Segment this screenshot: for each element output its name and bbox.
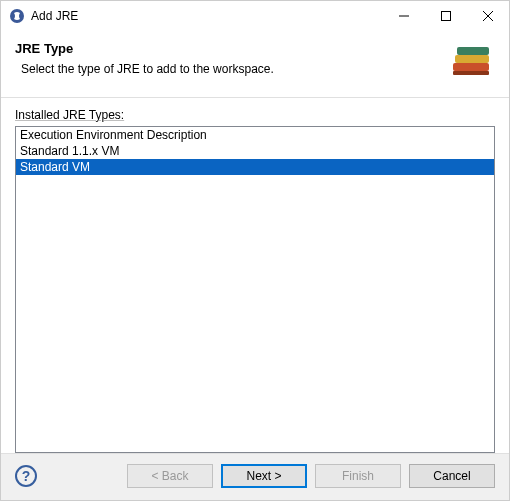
help-button[interactable]: ?: [15, 465, 37, 487]
svg-rect-8: [453, 71, 489, 75]
list-item[interactable]: Standard VM: [16, 159, 494, 175]
svg-rect-6: [455, 55, 489, 63]
list-item[interactable]: Standard 1.1.x VM: [16, 143, 494, 159]
svg-rect-5: [453, 63, 489, 71]
cancel-button[interactable]: Cancel: [409, 464, 495, 488]
titlebar: Add JRE: [1, 1, 509, 31]
minimize-button[interactable]: [383, 1, 425, 31]
page-description: Select the type of JRE to add to the wor…: [21, 62, 439, 76]
button-bar: ? < Back Next > Finish Cancel: [1, 453, 509, 500]
page-title: JRE Type: [15, 41, 439, 56]
svg-rect-7: [457, 47, 489, 55]
content-area: Installed JRE Types: Execution Environme…: [1, 98, 509, 453]
back-button: < Back: [127, 464, 213, 488]
header-text: JRE Type Select the type of JRE to add t…: [15, 41, 439, 76]
jre-types-list[interactable]: Execution Environment Description Standa…: [15, 126, 495, 453]
dialog-window: Add JRE JRE Type Select the type of JRE …: [0, 0, 510, 501]
svg-rect-2: [442, 12, 451, 21]
app-icon: [9, 8, 25, 24]
wizard-banner-icon: [447, 41, 495, 83]
list-item[interactable]: Execution Environment Description: [16, 127, 494, 143]
window-title: Add JRE: [31, 9, 383, 23]
list-label: Installed JRE Types:: [15, 108, 495, 122]
maximize-button[interactable]: [425, 1, 467, 31]
next-button[interactable]: Next >: [221, 464, 307, 488]
wizard-header: JRE Type Select the type of JRE to add t…: [1, 31, 509, 98]
close-button[interactable]: [467, 1, 509, 31]
window-controls: [383, 1, 509, 31]
finish-button: Finish: [315, 464, 401, 488]
